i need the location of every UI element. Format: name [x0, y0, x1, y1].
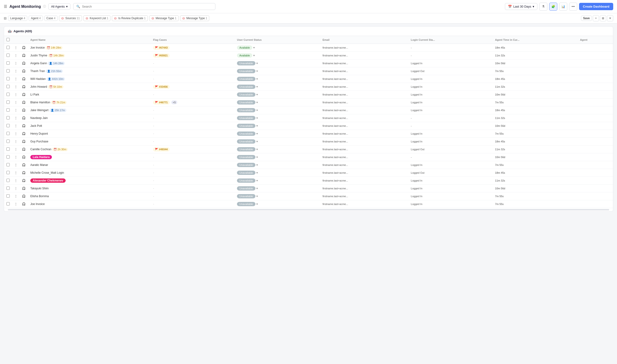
row-checkbox[interactable] [6, 132, 10, 135]
status-dropdown-icon[interactable]: ▾ [256, 187, 258, 190]
status-dropdown-icon[interactable]: ▾ [256, 124, 258, 128]
status-dropdown-icon[interactable]: ▾ [256, 62, 258, 65]
remove-filter-icon[interactable]: ⊖ [114, 16, 117, 20]
filter-chip-agent[interactable]: Agent 4 [29, 16, 43, 21]
row-menu-dots[interactable]: ⋮ [12, 138, 20, 145]
status-dropdown-icon[interactable]: ▾ [256, 69, 258, 73]
row-checkbox[interactable] [6, 46, 10, 49]
status-dropdown-icon[interactable]: ▾ [256, 195, 258, 198]
grid-view-button[interactable]: ⊞ [600, 15, 606, 21]
row-checkbox[interactable] [6, 77, 10, 80]
row-checkbox[interactable] [6, 140, 10, 143]
select-all-checkbox[interactable] [6, 38, 10, 41]
menu-icon[interactable]: ☰ [4, 4, 7, 9]
row-menu-dots[interactable]: ⋮ [12, 52, 20, 60]
remove-filter-icon[interactable]: ⊖ [151, 16, 154, 20]
flag-chip[interactable]: 🚩 #67443 [153, 46, 170, 50]
more-options-button[interactable]: ••• [569, 3, 577, 11]
puzzle-icon-button[interactable]: 🧩 [549, 3, 557, 11]
row-menu-dots[interactable]: ⋮ [12, 169, 20, 177]
row-checkbox[interactable] [6, 179, 10, 182]
filter-chip-message-type[interactable]: ⊖Message Type 1 [180, 15, 209, 21]
date-range-button[interactable]: 📅 Last 30 Days ▾ [505, 3, 537, 10]
flag-chip[interactable]: 🚩 #65921 [153, 53, 170, 58]
row-checkbox[interactable] [6, 53, 10, 57]
row-menu-dots[interactable]: ⋮ [12, 91, 20, 99]
flag-chip[interactable]: 🚩 #46771 [153, 101, 170, 104]
row-menu-dots[interactable]: ⋮ [12, 44, 20, 52]
status-dropdown-icon[interactable]: ▾ [256, 163, 258, 167]
status-dropdown-icon[interactable]: ▾ [256, 85, 258, 88]
row-menu-dots[interactable]: ⋮ [12, 122, 20, 130]
status-dropdown-icon[interactable]: ▾ [256, 93, 258, 96]
row-menu-dots[interactable]: ⋮ [12, 114, 20, 122]
filter-chip-message-type[interactable]: ⊖Message Type 1 [149, 15, 179, 21]
row-menu-dots[interactable]: ⋮ [12, 67, 20, 75]
status-dropdown-icon[interactable]: ▾ [256, 101, 258, 104]
status-dropdown-icon[interactable]: ▾ [256, 148, 258, 151]
filter-chip-sources[interactable]: ⊖Sources 11 [59, 15, 82, 21]
agents-dropdown[interactable]: All Agents ▾ [48, 3, 70, 10]
row-menu-dots[interactable]: ⋮ [12, 106, 20, 114]
row-menu-dots[interactable]: ⋮ [12, 177, 20, 185]
save-filter-button[interactable]: Save [581, 16, 592, 21]
row-menu-dots[interactable]: ⋮ [12, 185, 20, 193]
scrollbar[interactable] [8, 209, 609, 210]
row-checkbox[interactable] [6, 116, 10, 119]
row-menu-dots[interactable]: ⋮ [12, 75, 20, 83]
filter-chip-is-review-duplicate[interactable]: ⊖Is Review Duplicate 1 [112, 15, 148, 21]
row-checkbox[interactable] [6, 163, 10, 166]
remove-filter-icon[interactable]: ⊖ [182, 16, 185, 20]
email-cell: firstname.last+acme... [320, 200, 409, 208]
row-menu-dots[interactable]: ⋮ [12, 83, 20, 91]
status-dropdown-icon[interactable]: ▾ [256, 202, 258, 206]
row-checkbox[interactable] [6, 194, 10, 198]
row-menu-dots[interactable]: ⋮ [12, 161, 20, 169]
row-menu-dots[interactable]: ⋮ [12, 99, 20, 106]
row-menu-dots[interactable]: ⋮ [12, 153, 20, 161]
agent-name: Guy Purchase [30, 140, 48, 143]
row-menu-dots[interactable]: ⋮ [12, 145, 20, 153]
remove-filter-icon[interactable]: ⊖ [61, 16, 64, 20]
row-checkbox[interactable] [6, 61, 10, 65]
add-filter-button[interactable]: + [593, 15, 599, 21]
row-checkbox[interactable] [6, 171, 10, 174]
flag-chip[interactable]: 🚩 #33456 [153, 85, 170, 89]
row-checkbox[interactable] [6, 202, 10, 206]
select-all-header[interactable] [4, 36, 12, 44]
row-menu-dots[interactable]: ⋮ [12, 200, 20, 208]
row-menu-dots[interactable]: ⋮ [12, 193, 20, 200]
row-checkbox[interactable] [6, 155, 10, 158]
status-dropdown-icon[interactable]: ▾ [256, 108, 258, 112]
row-checkbox[interactable] [6, 186, 10, 190]
status-dropdown-icon[interactable]: ▾ [256, 116, 258, 120]
row-checkbox[interactable] [6, 101, 10, 104]
filter-chip-keyword-list[interactable]: ⊖Keyword List 1 [83, 15, 111, 21]
bar-chart-icon-button[interactable]: 📊 [559, 3, 567, 11]
row-checkbox[interactable] [6, 93, 10, 96]
status-dropdown-icon[interactable]: ▾ [253, 54, 255, 57]
status-dropdown-icon[interactable]: ▾ [256, 140, 258, 143]
row-checkbox[interactable] [6, 69, 10, 73]
create-dashboard-button[interactable]: Create Dashboard [579, 3, 613, 10]
flag-chip[interactable]: 🚩 #49344 [153, 147, 170, 151]
row-menu-dots[interactable]: ⋮ [12, 60, 20, 67]
status-dropdown-icon[interactable]: ▾ [256, 156, 258, 159]
close-filters-button[interactable]: ✕ [607, 15, 613, 21]
row-checkbox[interactable] [6, 85, 10, 88]
filter-chip-case[interactable]: Case 4 [44, 16, 58, 21]
status-dropdown-icon[interactable]: ▾ [256, 132, 258, 135]
filter-icon-button[interactable]: ⚗ [539, 3, 547, 11]
row-checkbox[interactable] [6, 147, 10, 151]
remove-filter-icon[interactable]: ⊖ [86, 16, 88, 20]
info-icon[interactable]: ⓘ [43, 4, 46, 9]
status-dropdown-icon[interactable]: ▾ [256, 179, 258, 182]
status-dropdown-icon[interactable]: ▾ [256, 171, 258, 174]
search-input[interactable] [82, 5, 212, 8]
row-checkbox[interactable] [6, 108, 10, 112]
row-checkbox[interactable] [6, 124, 10, 127]
row-menu-dots[interactable]: ⋮ [12, 130, 20, 138]
status-dropdown-icon[interactable]: ▾ [256, 77, 258, 80]
filter-chip-language[interactable]: Language 4 [8, 16, 27, 21]
status-dropdown-icon[interactable]: ▾ [253, 46, 255, 49]
